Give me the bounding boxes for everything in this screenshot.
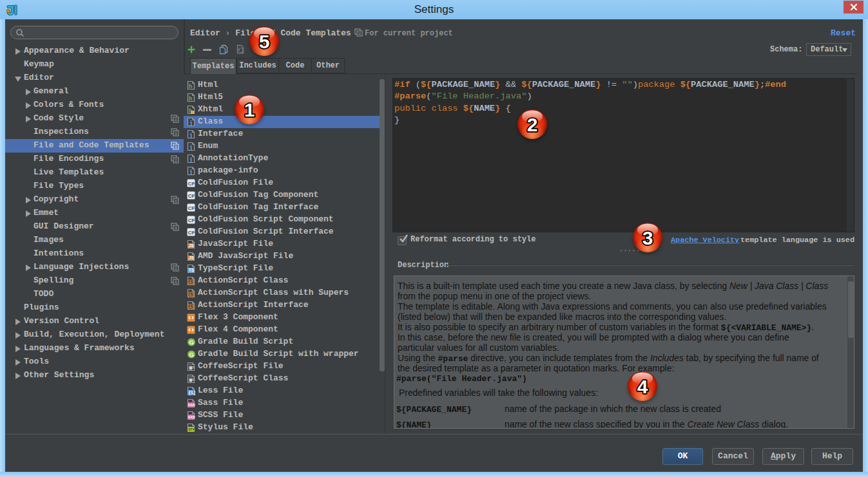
- svg-text:2: 2: [527, 114, 538, 135]
- svg-text:G: G: [189, 339, 194, 346]
- svg-text:j: j: [189, 144, 193, 151]
- svg-text:SASS: SASS: [188, 402, 195, 406]
- svg-text:j: j: [189, 132, 193, 138]
- svg-text:{L}: {L}: [189, 391, 196, 395]
- svg-text:CF: CF: [188, 192, 195, 198]
- svg-text:CF: CF: [188, 180, 195, 186]
- svg-text:5: 5: [259, 31, 270, 52]
- svg-text:CF: CF: [188, 229, 195, 235]
- svg-text:TS: TS: [189, 268, 195, 272]
- svg-text:j: j: [189, 169, 193, 175]
- svg-text:JS: JS: [189, 256, 195, 260]
- svg-text:AS: AS: [189, 280, 195, 285]
- svg-text:h: h: [189, 95, 192, 102]
- svg-text:1: 1: [244, 99, 255, 120]
- svg-text:JS: JS: [189, 243, 195, 248]
- svg-text:CF: CF: [188, 217, 195, 223]
- svg-text:j: j: [189, 120, 193, 126]
- svg-text:CF: CF: [188, 205, 195, 210]
- svg-text:G: G: [189, 351, 194, 358]
- svg-text:AS: AS: [189, 304, 195, 309]
- svg-text:j: j: [189, 156, 193, 163]
- svg-text:3: 3: [642, 227, 653, 248]
- svg-text:h: h: [189, 83, 192, 89]
- svg-text:STYL: STYL: [188, 427, 195, 431]
- svg-text:SASS: SASS: [188, 415, 195, 418]
- svg-text:AS: AS: [189, 292, 195, 297]
- svg-text:4: 4: [637, 376, 648, 397]
